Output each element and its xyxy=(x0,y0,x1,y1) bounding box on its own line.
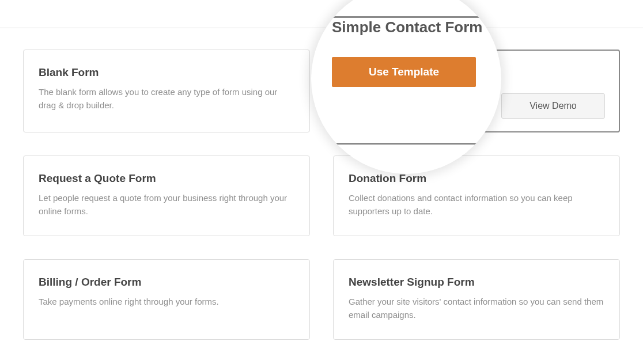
template-title: Donation Form xyxy=(349,172,604,185)
template-title: Request a Quote Form xyxy=(39,172,294,185)
view-demo-button[interactable]: View Demo xyxy=(501,93,605,119)
template-description: Take payments online right through your … xyxy=(39,295,294,309)
magnifier-top-line xyxy=(311,16,501,18)
magnifier-bottom-line xyxy=(311,143,501,145)
template-card-newsletter-signup-form[interactable]: Newsletter Signup Form Gather your site … xyxy=(333,259,620,340)
template-card-billing-order-form[interactable]: Billing / Order Form Take payments onlin… xyxy=(23,259,310,340)
template-title: Newsletter Signup Form xyxy=(349,276,604,289)
template-card-blank-form[interactable]: Blank Form The blank form allows you to … xyxy=(23,50,310,132)
template-description: The blank form allows you to create any … xyxy=(39,86,294,112)
template-description: Let people request a quote from your bus… xyxy=(39,192,294,218)
use-template-button[interactable]: Use Template xyxy=(332,57,476,87)
magnifier-title: Simple Contact Form xyxy=(332,18,490,36)
template-title: Blank Form xyxy=(39,66,294,79)
template-card-request-quote-form[interactable]: Request a Quote Form Let people request … xyxy=(23,156,310,236)
template-description: Gather your site visitors' contact infor… xyxy=(349,295,604,321)
template-title: Billing / Order Form xyxy=(39,276,294,289)
template-description: Collect donations and contact informatio… xyxy=(349,192,604,218)
top-border xyxy=(0,28,643,28)
